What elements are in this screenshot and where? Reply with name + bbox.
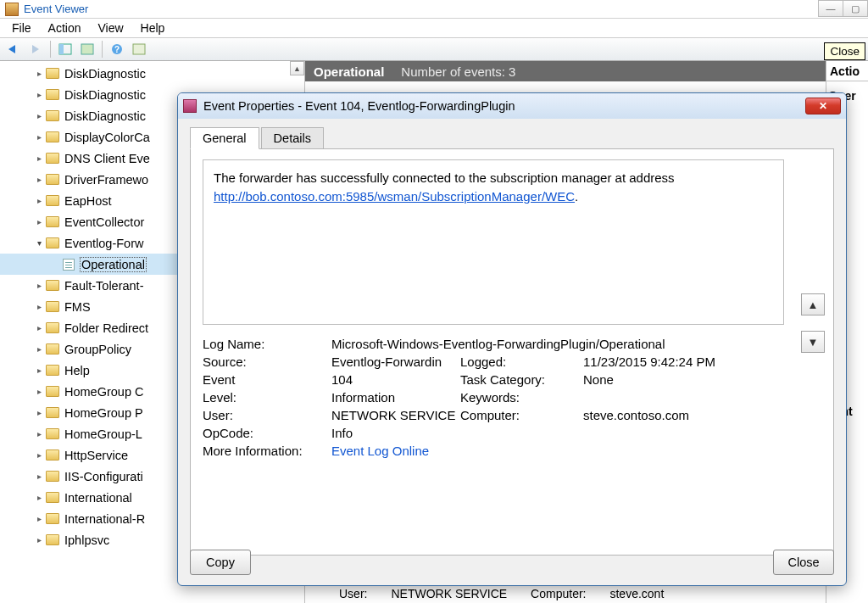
event-id-label: Event	[203, 372, 331, 387]
tree-item-label: International-R	[64, 512, 145, 526]
tree-item-label: DiskDiagnostic	[64, 67, 146, 81]
expand-collapse-icon[interactable]	[34, 472, 44, 481]
log-name-label: Log Name:	[203, 337, 331, 351]
expand-collapse-icon[interactable]	[34, 366, 44, 375]
menu-view[interactable]: View	[89, 20, 131, 36]
event-properties-dialog: Event Properties - Event 104, Eventlog-F…	[177, 92, 847, 586]
folder-icon	[46, 301, 59, 312]
folder-icon	[46, 513, 59, 524]
folder-icon	[46, 407, 59, 418]
expand-collapse-icon[interactable]	[34, 535, 44, 544]
tree-item-label: FMS	[64, 300, 91, 314]
menubar: File Action View Help	[0, 19, 868, 37]
expand-collapse-icon[interactable]	[34, 450, 44, 460]
tree-item-label: Operational	[80, 257, 147, 272]
folder-icon	[46, 471, 59, 482]
tree-item-label: IIS-Configurati	[64, 470, 143, 483]
previous-event-button[interactable]: ▲	[801, 293, 825, 315]
log-header-bar: Operational Number of events: 3	[305, 61, 868, 81]
tree-item-label: Fault-Tolerant-	[64, 279, 143, 293]
folder-icon	[46, 365, 59, 376]
expand-collapse-icon[interactable]	[34, 323, 44, 332]
event-id-value: 104	[331, 372, 460, 387]
folder-icon	[46, 428, 59, 439]
opcode-value: Info	[331, 426, 460, 440]
expand-collapse-icon[interactable]	[34, 196, 44, 205]
folder-icon	[46, 280, 59, 291]
forward-button[interactable]	[25, 40, 46, 59]
tree-item-label: HomeGroup P	[64, 406, 143, 420]
help-button[interactable]: ?	[107, 40, 127, 59]
expand-collapse-icon[interactable]	[34, 344, 44, 354]
expand-collapse-icon[interactable]	[34, 238, 44, 248]
folder-icon	[46, 492, 59, 503]
menu-file[interactable]: File	[3, 20, 40, 36]
tree-item[interactable]: DiskDiagnostic	[0, 63, 304, 84]
dialog-close-button[interactable]: ✕	[805, 98, 841, 114]
dialog-icon	[183, 99, 197, 113]
log-header-title: Operational	[314, 64, 384, 79]
tree-item-label: Iphlpsvc	[64, 533, 109, 547]
expand-collapse-icon[interactable]	[34, 217, 44, 226]
log-icon	[63, 259, 75, 271]
logged-label: Logged:	[460, 355, 583, 369]
tree-scroll-up-button[interactable]: ▲	[290, 61, 304, 75]
main-titlebar[interactable]: Event Viewer — ▢	[0, 0, 868, 19]
toolbar: ?	[0, 37, 868, 61]
tree-item-label: GroupPolicy	[64, 343, 131, 356]
close-tooltip: Close	[824, 42, 865, 60]
folder-icon	[46, 131, 59, 142]
minimize-button[interactable]: —	[818, 0, 843, 17]
computer-label: Computer:	[460, 408, 583, 422]
folder-icon	[46, 237, 59, 248]
expand-collapse-icon[interactable]	[34, 175, 44, 184]
folder-icon	[46, 195, 59, 206]
copy-button[interactable]: Copy	[190, 550, 251, 575]
tree-item-label: DNS Client Eve	[64, 152, 150, 165]
app-icon	[5, 3, 19, 16]
log-name-value: Microsoft-Windows-Eventlog-ForwardingPlu…	[331, 337, 753, 351]
expand-collapse-icon[interactable]	[34, 514, 44, 523]
tree-item-label: DiskDiagnostic	[64, 109, 146, 123]
log-header-count: Number of events: 3	[401, 64, 515, 79]
expand-collapse-icon[interactable]	[34, 90, 44, 99]
expand-collapse-icon[interactable]	[34, 132, 44, 142]
refresh-button[interactable]	[77, 40, 97, 59]
event-description-box[interactable]: The forwarder has successfully connected…	[203, 159, 784, 325]
expand-collapse-icon[interactable]	[34, 387, 44, 396]
back-button[interactable]	[3, 40, 24, 59]
close-button[interactable]: Close	[773, 550, 834, 575]
tree-item-label: EventCollector	[64, 215, 144, 229]
next-event-button[interactable]: ▼	[801, 331, 825, 353]
expand-collapse-icon[interactable]	[34, 429, 44, 438]
tree-item-label: Folder Redirect	[64, 321, 148, 335]
menu-help[interactable]: Help	[132, 20, 174, 36]
source-label: Source:	[203, 355, 331, 369]
more-info-link[interactable]: Event Log Online	[331, 444, 753, 458]
tree-item-label: HttpService	[64, 449, 128, 462]
menu-action[interactable]: Action	[40, 20, 90, 36]
folder-icon	[46, 110, 59, 121]
expand-collapse-icon[interactable]	[34, 69, 44, 78]
task-category-label: Task Category:	[460, 372, 583, 387]
expand-collapse-icon[interactable]	[34, 493, 44, 502]
properties-button[interactable]	[129, 40, 149, 59]
source-value: Eventlog-Forwardin	[331, 355, 460, 369]
expand-collapse-icon[interactable]	[34, 111, 44, 120]
show-hide-tree-button[interactable]	[55, 40, 75, 59]
maximize-button[interactable]: ▢	[843, 0, 868, 17]
app-title: Event Viewer	[24, 3, 88, 15]
expand-collapse-icon[interactable]	[34, 408, 44, 417]
expand-collapse-icon[interactable]	[34, 281, 44, 290]
tab-row: General Details	[190, 126, 834, 149]
expand-collapse-icon[interactable]	[34, 154, 44, 163]
dialog-titlebar[interactable]: Event Properties - Event 104, Eventlog-F…	[178, 93, 846, 119]
svg-text:?: ?	[114, 45, 120, 54]
folder-icon	[46, 386, 59, 397]
expand-collapse-icon[interactable]	[34, 302, 44, 311]
tab-details[interactable]: Details	[261, 127, 324, 149]
event-description-link[interactable]: http://bob.contoso.com:5985/wsman/Subscr…	[214, 189, 575, 204]
folder-icon	[46, 534, 59, 545]
tree-item-label: International	[64, 491, 132, 505]
tab-general[interactable]: General	[190, 127, 259, 149]
